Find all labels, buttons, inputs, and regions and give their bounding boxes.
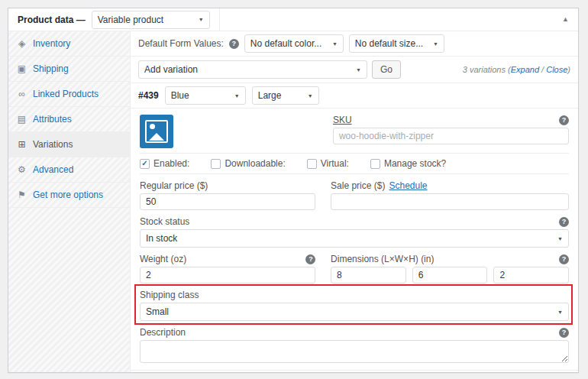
variation-color-select[interactable]: Blue ▼ [165,86,246,105]
chevron-down-icon: ▼ [356,67,361,73]
inventory-icon: ◈ [16,38,27,49]
sku-input[interactable] [333,128,569,144]
sidebar-item-advanced[interactable]: ⚙ Advanced [8,157,130,183]
enabled-checkbox[interactable]: ✓ Enabled: [140,158,189,169]
default-form-values-label: Default Form Values: [138,38,224,49]
weight-input[interactable] [140,267,315,283]
sidebar-item-get-more-options[interactable]: ⚑ Get more options [8,183,130,208]
variations-panel: Default Form Values: ? No default color.… [131,31,578,372]
chevron-down-icon: ▼ [234,93,240,99]
sale-price-input[interactable] [331,193,569,210]
dimensions-field: Dimensions (L×W×H) (in) ? [331,254,569,283]
stock-status-label: Stock status [140,216,189,227]
product-data-sidebar: ◈ Inventory ▣ Shipping ∞ Linked Products… [8,31,131,372]
variation-row-440: #440 Blue ▼ Medium ▼ [131,371,578,373]
header-divider [219,8,220,31]
sku-label: SKU [333,115,352,125]
sidebar-item-variations[interactable]: ⊞ Variations [8,132,130,157]
summary-count: 3 variations ( [463,65,511,74]
default-color-value: No default color... [250,38,321,49]
dimension-width-input[interactable] [412,267,488,283]
default-size-select[interactable]: No default size... ▼ [349,34,444,53]
variation-detail: SKU ? ✓ Enabled: Downl [131,109,578,371]
panel-body: ◈ Inventory ▣ Shipping ∞ Linked Products… [8,31,578,372]
add-variation-value: Add variation [144,64,198,75]
checkbox-checked-icon: ✓ [140,159,150,169]
sidebar-item-label: Attributes [33,114,72,125]
description-label: Description [140,327,186,338]
product-type-value: Variable product [98,15,164,25]
stock-status-field: Stock status ? In stock ▼ [140,216,569,248]
collapse-panel-icon[interactable]: ▲ [562,16,569,23]
help-icon[interactable]: ? [559,115,569,125]
sidebar-item-label: Linked Products [33,89,99,99]
virtual-checkbox[interactable]: Virtual: [307,158,349,169]
sidebar-item-label: Inventory [33,38,70,49]
chevron-down-icon: ▼ [557,236,563,241]
chevron-down-icon: ▼ [199,17,204,22]
sidebar-item-shipping[interactable]: ▣ Shipping [8,57,130,82]
add-variation-select[interactable]: Add variation ▼ [138,60,367,79]
sale-price-field: Sale price ($) Schedule [331,180,569,210]
downloadable-checkbox[interactable]: Downloadable: [211,158,285,169]
default-size-value: No default size... [355,38,423,49]
sidebar-item-label: Get more options [33,190,103,200]
checkbox-unchecked-icon [307,159,317,169]
variation-id: #439 [138,90,159,101]
get-more-options-icon: ⚑ [16,190,27,200]
advanced-icon: ⚙ [16,164,27,175]
help-icon[interactable]: ? [559,328,569,338]
weight-field: Weight (oz) ? [140,254,315,283]
go-button[interactable]: Go [372,60,401,79]
help-icon[interactable]: ? [229,39,239,49]
dimensions-label: Dimensions (L×W×H) (in) [331,254,434,264]
product-type-select[interactable]: Variable product ▼ [92,11,210,29]
linked-products-icon: ∞ [16,89,27,99]
regular-price-input[interactable] [140,193,315,210]
regular-price-label: Regular price ($) [140,180,208,191]
checkbox-unchecked-icon [370,159,380,169]
variations-toolbar: Add variation ▼ Go 3 variations (Expand … [131,57,578,83]
description-field: Description ? [140,327,569,365]
chevron-down-icon: ▼ [332,41,338,47]
shipping-icon: ▣ [16,63,27,74]
help-icon[interactable]: ? [559,217,569,227]
variations-icon: ⊞ [16,139,27,150]
sidebar-item-inventory[interactable]: ◈ Inventory [8,31,130,57]
weight-label: Weight (oz) [140,254,186,264]
regular-price-field: Regular price ($) [140,180,315,210]
shipping-class-label: Shipping class [140,290,199,300]
variation-size-select[interactable]: Large ▼ [252,86,319,105]
variation-options-row: ✓ Enabled: Downloadable: Virtual: [140,153,569,174]
help-icon[interactable]: ? [305,254,315,264]
sidebar-item-label: Advanced [33,164,73,175]
sidebar-item-linked-products[interactable]: ∞ Linked Products [8,82,130,107]
panel-title: Product data — [18,15,86,25]
schedule-link[interactable]: Schedule [389,180,427,191]
attributes-icon: ▤ [16,114,27,125]
page-background: Product data — Variable product ▼ ▲ ◈ In… [0,0,588,379]
shipping-class-select[interactable]: Small ▼ [140,303,569,321]
variation-image-button[interactable] [140,115,173,148]
dimension-height-input[interactable] [493,267,569,283]
default-color-select[interactable]: No default color... ▼ [244,34,344,53]
sidebar-item-attributes[interactable]: ▤ Attributes [8,107,130,132]
chevron-down-icon: ▼ [557,309,563,315]
variations-summary: 3 variations (Expand / Close) [463,65,570,74]
default-form-values-row: Default Form Values: ? No default color.… [131,31,578,57]
chevron-down-icon: ▼ [308,93,313,99]
dimension-length-input[interactable] [331,267,406,283]
variation-row-439: #439 Blue ▼ Large ▼ [131,83,578,109]
price-row: Regular price ($) Sale price ($) Schedul… [140,180,569,210]
close-link[interactable]: Close [546,65,567,74]
image-sku-row: SKU ? [140,115,569,148]
shipping-dimensions-row: Weight (oz) ? Dimensions (L×W×H) (in) ? [140,254,569,283]
checkbox-unchecked-icon [211,159,221,169]
sku-field: SKU ? [333,115,569,144]
manage-stock-checkbox[interactable]: Manage stock? [370,158,446,169]
expand-link[interactable]: Expand [511,65,539,74]
help-icon[interactable]: ? [559,254,569,264]
stock-status-select[interactable]: In stock ▼ [140,229,569,248]
description-textarea[interactable] [140,340,569,363]
sale-price-label: Sale price ($) [331,180,385,191]
